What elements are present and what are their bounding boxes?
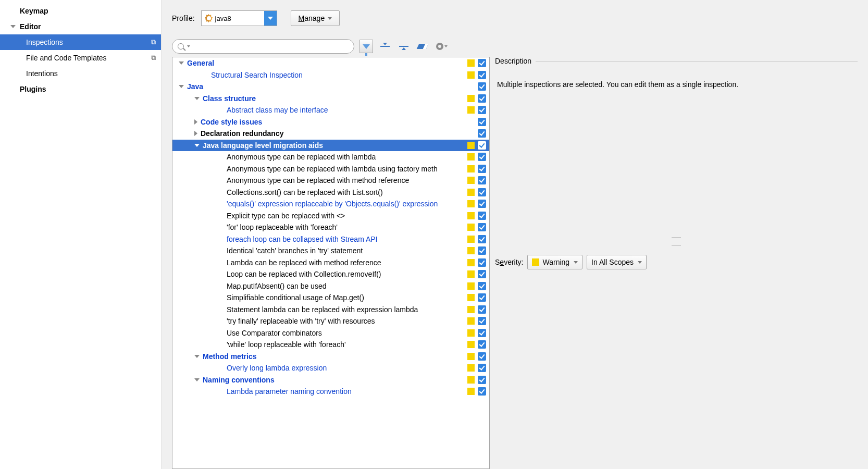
tree-category[interactable]: Java language level migration aids — [172, 140, 489, 152]
chevron-down-icon[interactable] — [194, 355, 200, 358]
tree-item[interactable]: Collections.sort() can be replaced with … — [172, 187, 489, 199]
enabled-checkbox[interactable] — [478, 59, 486, 67]
manage-button[interactable]: Manage — [291, 10, 340, 26]
tree-item[interactable]: Loop can be replaced with Collection.rem… — [172, 268, 489, 280]
tree-item[interactable]: 'equals()' expression replaceable by 'Ob… — [172, 198, 489, 210]
tree-item[interactable]: Structural Search Inspection — [172, 69, 489, 81]
tree-item[interactable]: Use Comparator combinators — [172, 327, 489, 339]
enabled-checkbox[interactable] — [478, 71, 486, 79]
tree-category[interactable]: Class structure — [172, 93, 489, 105]
enabled-checkbox[interactable] — [478, 165, 486, 173]
search-icon — [178, 43, 184, 50]
tree-category[interactable]: Method metrics — [172, 351, 489, 363]
severity-indicator-icon — [467, 317, 475, 325]
enabled-checkbox[interactable] — [478, 235, 486, 243]
severity-dropdown[interactable]: Warning — [527, 255, 582, 269]
enabled-checkbox[interactable] — [478, 364, 486, 372]
tree-category[interactable]: Code style issues — [172, 116, 489, 128]
tree-label: 'try finally' replaceable with 'try' wit… — [227, 317, 467, 325]
tree-category[interactable]: Declaration redundancy — [172, 128, 489, 140]
expand-all-button[interactable] — [378, 40, 392, 53]
tree-category[interactable]: General — [172, 57, 489, 69]
tree-item[interactable]: 'try finally' replaceable with 'try' wit… — [172, 315, 489, 327]
chevron-down-icon[interactable] — [179, 61, 184, 65]
enabled-checkbox[interactable] — [478, 352, 486, 361]
tree-item[interactable]: Explicit type can be replaced with <> — [172, 210, 489, 222]
tree-item[interactable]: Anonymous type can be replaced with lamb… — [172, 163, 489, 175]
enabled-checkbox[interactable] — [478, 387, 486, 396]
enabled-checkbox[interactable] — [478, 94, 486, 103]
enabled-checkbox[interactable] — [478, 340, 486, 349]
scope-dropdown[interactable]: In All Scopes — [587, 255, 647, 269]
chevron-down-icon[interactable] — [179, 85, 184, 88]
enabled-checkbox[interactable] — [478, 305, 486, 314]
tree-item[interactable]: Statement lambda can be replaced with ex… — [172, 304, 489, 316]
sidebar-item-intentions[interactable]: Intentions — [0, 66, 161, 81]
tree-item[interactable]: 'for' loop replaceable with 'foreach' — [172, 221, 489, 233]
tree-item[interactable]: Map.putIfAbsent() can be used — [172, 280, 489, 292]
sidebar-item-keymap[interactable]: Keymap — [0, 3, 161, 19]
reset-button[interactable] — [416, 40, 429, 53]
tree-item[interactable]: foreach loop can be collapsed with Strea… — [172, 233, 489, 245]
severity-indicator-icon — [467, 259, 475, 266]
tree-item[interactable]: 'while' loop replaceable with 'foreach' — [172, 339, 489, 351]
chevron-down-icon[interactable] — [194, 144, 200, 147]
enabled-checkbox[interactable] — [478, 153, 486, 161]
filter-button[interactable] — [359, 40, 373, 53]
tree-item[interactable]: Anonymous type can be replaced with lamb… — [172, 151, 489, 163]
tree-label: Use Comparator combinators — [227, 329, 467, 337]
enabled-checkbox[interactable] — [478, 223, 486, 231]
splitter-grip[interactable] — [495, 241, 858, 250]
tree-category[interactable]: Java — [172, 81, 489, 93]
tree-item[interactable]: Anonymous type can be replaced with meth… — [172, 175, 489, 187]
enabled-checkbox[interactable] — [478, 176, 486, 184]
severity-label: Severity: — [495, 258, 523, 266]
chevron-down-icon[interactable] — [264, 11, 277, 26]
enabled-checkbox[interactable] — [478, 129, 486, 138]
tree-category[interactable]: Naming conventions — [172, 374, 489, 386]
enabled-checkbox[interactable] — [478, 82, 486, 91]
tree-item[interactable]: Abstract class may be interface — [172, 104, 489, 116]
tree-item[interactable]: Lambda can be replaced with method refer… — [172, 257, 489, 269]
enabled-checkbox[interactable] — [478, 118, 486, 126]
tree-item[interactable]: Lambda parameter naming convention — [172, 386, 489, 398]
search-input[interactable] — [172, 39, 354, 54]
enabled-checkbox[interactable] — [478, 200, 486, 208]
tree-label: Statement lambda can be replaced with ex… — [227, 305, 467, 314]
chevron-right-icon[interactable] — [194, 131, 197, 136]
chevron-down-icon[interactable] — [194, 378, 200, 381]
sidebar-item-file-templates[interactable]: File and Code Templates ⧉ — [0, 50, 161, 66]
sidebar-item-inspections[interactable]: Inspections ⧉ — [0, 34, 161, 50]
tree-item[interactable]: Overly long lambda expression — [172, 362, 489, 374]
settings-sidebar: Keymap Editor Inspections ⧉ File and Cod… — [0, 0, 162, 469]
sidebar-item-editor[interactable]: Editor — [0, 19, 161, 34]
tree-label: Explicit type can be replaced with <> — [227, 212, 467, 220]
severity-indicator-icon — [467, 247, 475, 254]
tree-item[interactable]: Simplifiable conditional usage of Map.ge… — [172, 292, 489, 304]
enabled-checkbox[interactable] — [478, 212, 486, 220]
sidebar-label: Editor — [20, 22, 41, 31]
enabled-checkbox[interactable] — [478, 188, 486, 196]
severity-indicator-icon — [467, 106, 475, 114]
sidebar-label: Intentions — [26, 69, 58, 78]
collapse-all-button[interactable] — [397, 40, 411, 53]
splitter-grip[interactable] — [495, 233, 858, 241]
profile-dropdown[interactable]: java8 — [201, 10, 277, 26]
sidebar-item-plugins[interactable]: Plugins — [0, 81, 161, 97]
enabled-checkbox[interactable] — [478, 141, 486, 150]
enabled-checkbox[interactable] — [478, 376, 486, 384]
enabled-checkbox[interactable] — [478, 293, 486, 302]
chevron-right-icon[interactable] — [194, 119, 197, 125]
severity-indicator-icon — [467, 71, 475, 79]
settings-button[interactable] — [435, 40, 449, 53]
enabled-checkbox[interactable] — [478, 317, 486, 325]
inspections-tree[interactable]: GeneralStructural Search InspectionJavaC… — [172, 57, 490, 469]
enabled-checkbox[interactable] — [478, 246, 486, 255]
enabled-checkbox[interactable] — [478, 106, 486, 114]
enabled-checkbox[interactable] — [478, 329, 486, 337]
tree-item[interactable]: Identical 'catch' branches in 'try' stat… — [172, 245, 489, 257]
enabled-checkbox[interactable] — [478, 258, 486, 267]
chevron-down-icon[interactable] — [194, 97, 200, 100]
enabled-checkbox[interactable] — [478, 282, 486, 290]
enabled-checkbox[interactable] — [478, 270, 486, 278]
